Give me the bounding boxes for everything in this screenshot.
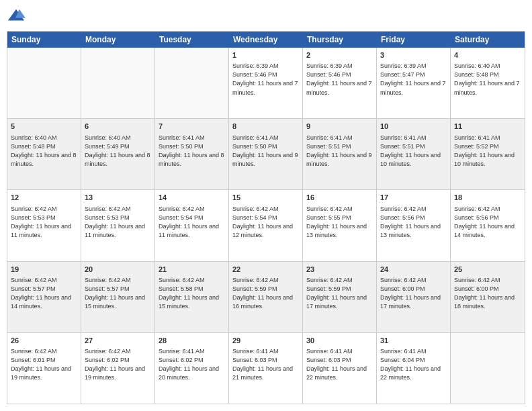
- calendar-cell: 4Sunrise: 6:40 AM Sunset: 5:48 PM Daylig…: [451, 48, 525, 118]
- calendar-cell: 11Sunrise: 6:41 AM Sunset: 5:52 PM Dayli…: [451, 119, 525, 189]
- day-number: 29: [232, 336, 299, 346]
- calendar-header-day: Monday: [81, 32, 155, 48]
- calendar-cell: [451, 333, 525, 404]
- calendar-cell: 1Sunrise: 6:39 AM Sunset: 5:46 PM Daylig…: [229, 48, 303, 118]
- calendar-cell: 24Sunrise: 6:42 AM Sunset: 6:00 PM Dayli…: [377, 262, 451, 332]
- cell-info: Sunrise: 6:42 AM Sunset: 5:59 PM Dayligh…: [232, 276, 299, 311]
- calendar-cell: 6Sunrise: 6:40 AM Sunset: 5:49 PM Daylig…: [81, 119, 155, 189]
- day-number: 2: [306, 50, 373, 60]
- calendar-cell: 7Sunrise: 6:41 AM Sunset: 5:50 PM Daylig…: [155, 119, 229, 189]
- day-number: 28: [159, 336, 225, 346]
- cell-info: Sunrise: 6:42 AM Sunset: 5:55 PM Dayligh…: [306, 205, 373, 240]
- cell-info: Sunrise: 6:42 AM Sunset: 6:01 PM Dayligh…: [11, 347, 77, 382]
- calendar-cell: 13Sunrise: 6:42 AM Sunset: 5:53 PM Dayli…: [81, 190, 155, 261]
- cell-info: Sunrise: 6:42 AM Sunset: 5:57 PM Dayligh…: [11, 276, 77, 311]
- cell-info: Sunrise: 6:42 AM Sunset: 5:59 PM Dayligh…: [306, 276, 373, 311]
- logo-icon: [7, 7, 26, 26]
- day-number: 27: [85, 336, 151, 346]
- day-number: 12: [11, 193, 77, 203]
- day-number: 7: [159, 122, 225, 132]
- day-number: 17: [380, 193, 447, 203]
- cell-info: Sunrise: 6:41 AM Sunset: 5:51 PM Dayligh…: [306, 134, 373, 169]
- cell-info: Sunrise: 6:41 AM Sunset: 5:50 PM Dayligh…: [232, 134, 299, 169]
- calendar-row: 5Sunrise: 6:40 AM Sunset: 5:48 PM Daylig…: [7, 118, 525, 189]
- cell-info: Sunrise: 6:42 AM Sunset: 5:54 PM Dayligh…: [159, 205, 225, 240]
- calendar-header-day: Sunday: [7, 32, 81, 48]
- cell-info: Sunrise: 6:41 AM Sunset: 6:02 PM Dayligh…: [159, 347, 225, 382]
- calendar-row: 19Sunrise: 6:42 AM Sunset: 5:57 PM Dayli…: [7, 261, 525, 332]
- cell-info: Sunrise: 6:40 AM Sunset: 5:48 PM Dayligh…: [454, 62, 521, 97]
- cell-info: Sunrise: 6:42 AM Sunset: 5:58 PM Dayligh…: [159, 276, 225, 311]
- calendar-cell: 18Sunrise: 6:42 AM Sunset: 5:56 PM Dayli…: [451, 190, 525, 261]
- calendar-cell: 8Sunrise: 6:41 AM Sunset: 5:50 PM Daylig…: [229, 119, 303, 189]
- cell-info: Sunrise: 6:40 AM Sunset: 5:49 PM Dayligh…: [85, 134, 151, 169]
- cell-info: Sunrise: 6:42 AM Sunset: 5:54 PM Dayligh…: [232, 205, 299, 240]
- day-number: 5: [11, 122, 77, 132]
- calendar-row: 1Sunrise: 6:39 AM Sunset: 5:46 PM Daylig…: [7, 48, 525, 118]
- cell-info: Sunrise: 6:42 AM Sunset: 5:53 PM Dayligh…: [11, 205, 77, 240]
- cell-info: Sunrise: 6:41 AM Sunset: 6:03 PM Dayligh…: [306, 347, 373, 382]
- cell-info: Sunrise: 6:41 AM Sunset: 5:50 PM Dayligh…: [159, 134, 225, 169]
- calendar-cell: 21Sunrise: 6:42 AM Sunset: 5:58 PM Dayli…: [155, 262, 229, 332]
- day-number: 6: [85, 122, 151, 132]
- calendar-cell: 27Sunrise: 6:42 AM Sunset: 6:02 PM Dayli…: [81, 333, 155, 404]
- calendar-cell: 16Sunrise: 6:42 AM Sunset: 5:55 PM Dayli…: [303, 190, 377, 261]
- day-number: 3: [380, 50, 447, 60]
- cell-info: Sunrise: 6:41 AM Sunset: 6:03 PM Dayligh…: [232, 347, 299, 382]
- cell-info: Sunrise: 6:42 AM Sunset: 6:00 PM Dayligh…: [380, 276, 447, 311]
- calendar-cell: 3Sunrise: 6:39 AM Sunset: 5:47 PM Daylig…: [377, 48, 451, 118]
- calendar-row: 12Sunrise: 6:42 AM Sunset: 5:53 PM Dayli…: [7, 189, 525, 261]
- day-number: 11: [454, 122, 521, 132]
- calendar-cell: [155, 48, 229, 118]
- calendar: SundayMondayTuesdayWednesdayThursdayFrid…: [7, 31, 525, 404]
- day-number: 30: [306, 336, 373, 346]
- calendar-cell: 12Sunrise: 6:42 AM Sunset: 5:53 PM Dayli…: [7, 190, 81, 261]
- calendar-cell: [81, 48, 155, 118]
- calendar-cell: [7, 48, 81, 118]
- cell-info: Sunrise: 6:42 AM Sunset: 5:57 PM Dayligh…: [85, 276, 151, 311]
- cell-info: Sunrise: 6:42 AM Sunset: 5:56 PM Dayligh…: [380, 205, 447, 240]
- cell-info: Sunrise: 6:40 AM Sunset: 5:48 PM Dayligh…: [11, 134, 77, 169]
- calendar-cell: 17Sunrise: 6:42 AM Sunset: 5:56 PM Dayli…: [377, 190, 451, 261]
- calendar-body: 1Sunrise: 6:39 AM Sunset: 5:46 PM Daylig…: [7, 48, 525, 404]
- calendar-cell: 20Sunrise: 6:42 AM Sunset: 5:57 PM Dayli…: [81, 262, 155, 332]
- day-number: 18: [454, 193, 521, 203]
- day-number: 10: [380, 122, 447, 132]
- day-number: 1: [232, 50, 299, 60]
- day-number: 14: [159, 193, 225, 203]
- calendar-row: 26Sunrise: 6:42 AM Sunset: 6:01 PM Dayli…: [7, 332, 525, 404]
- page-header: [7, 7, 525, 26]
- calendar-header-day: Thursday: [303, 32, 377, 48]
- calendar-cell: 29Sunrise: 6:41 AM Sunset: 6:03 PM Dayli…: [229, 333, 303, 404]
- calendar-cell: 28Sunrise: 6:41 AM Sunset: 6:02 PM Dayli…: [155, 333, 229, 404]
- cell-info: Sunrise: 6:42 AM Sunset: 5:53 PM Dayligh…: [85, 205, 151, 240]
- calendar-cell: 23Sunrise: 6:42 AM Sunset: 5:59 PM Dayli…: [303, 262, 377, 332]
- day-number: 31: [380, 336, 447, 346]
- calendar-cell: 26Sunrise: 6:42 AM Sunset: 6:01 PM Dayli…: [7, 333, 81, 404]
- calendar-header-day: Tuesday: [155, 32, 229, 48]
- cell-info: Sunrise: 6:39 AM Sunset: 5:46 PM Dayligh…: [232, 62, 299, 97]
- calendar-cell: 25Sunrise: 6:42 AM Sunset: 6:00 PM Dayli…: [451, 262, 525, 332]
- day-number: 21: [159, 265, 225, 275]
- day-number: 26: [11, 336, 77, 346]
- day-number: 23: [306, 265, 373, 275]
- calendar-cell: 10Sunrise: 6:41 AM Sunset: 5:51 PM Dayli…: [377, 119, 451, 189]
- day-number: 25: [454, 265, 521, 275]
- day-number: 4: [454, 50, 521, 60]
- day-number: 19: [11, 265, 77, 275]
- calendar-cell: 31Sunrise: 6:41 AM Sunset: 6:04 PM Dayli…: [377, 333, 451, 404]
- cell-info: Sunrise: 6:41 AM Sunset: 5:51 PM Dayligh…: [380, 134, 447, 169]
- calendar-cell: 5Sunrise: 6:40 AM Sunset: 5:48 PM Daylig…: [7, 119, 81, 189]
- calendar-cell: 2Sunrise: 6:39 AM Sunset: 5:46 PM Daylig…: [303, 48, 377, 118]
- cell-info: Sunrise: 6:42 AM Sunset: 6:00 PM Dayligh…: [454, 276, 521, 311]
- calendar-header-day: Wednesday: [229, 32, 303, 48]
- page-container: SundayMondayTuesdayWednesdayThursdayFrid…: [0, 0, 532, 411]
- calendar-header: SundayMondayTuesdayWednesdayThursdayFrid…: [7, 32, 525, 48]
- day-number: 20: [85, 265, 151, 275]
- calendar-cell: 14Sunrise: 6:42 AM Sunset: 5:54 PM Dayli…: [155, 190, 229, 261]
- calendar-cell: 22Sunrise: 6:42 AM Sunset: 5:59 PM Dayli…: [229, 262, 303, 332]
- calendar-header-day: Saturday: [451, 32, 525, 48]
- day-number: 13: [85, 193, 151, 203]
- cell-info: Sunrise: 6:42 AM Sunset: 5:56 PM Dayligh…: [454, 205, 521, 240]
- calendar-cell: 15Sunrise: 6:42 AM Sunset: 5:54 PM Dayli…: [229, 190, 303, 261]
